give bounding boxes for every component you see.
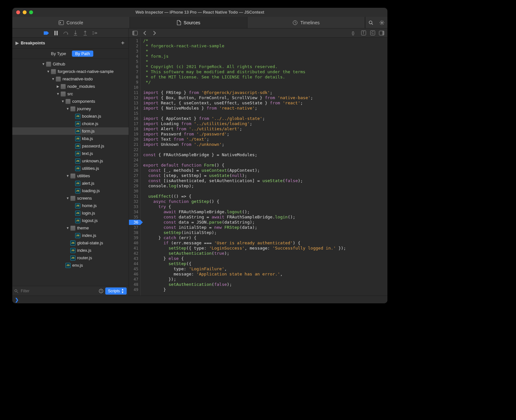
line-number[interactable]: 28 [129,178,140,183]
tree-row[interactable]: ▼reactnative-todo [12,75,129,83]
tree-row[interactable]: ▶JSglobal-state.js [12,239,129,247]
tree-row[interactable]: ▼theme [12,224,129,232]
line-number[interactable]: 38 [129,230,140,235]
line-number[interactable]: 2 [129,43,140,49]
chevron-down-icon[interactable]: ▼ [51,77,55,81]
tree-row[interactable]: ▼components [12,98,129,105]
line-number[interactable]: 10 [129,85,140,90]
settings-button[interactable] [376,17,387,29]
code-editor[interactable]: 1234567891011121314151617181920212223242… [129,38,387,296]
line-number[interactable]: 44 [129,261,140,266]
tree-row[interactable]: ▼utilities [12,172,129,180]
line-number[interactable]: 39 [129,235,140,240]
line-number[interactable]: 30 [129,189,140,194]
line-number[interactable]: 21 [129,142,140,147]
step-out-icon[interactable] [83,30,88,36]
tree-row[interactable]: ▶JSchoice.js [12,120,129,127]
line-number[interactable]: 29 [129,183,140,189]
tree-row[interactable]: ▶JSalert.js [12,180,129,187]
tree-row[interactable]: ▶JSunknown.js [12,157,129,165]
line-gutter[interactable]: 1234567891011121314151617181920212223242… [129,38,141,296]
zoom-window-button[interactable] [29,10,33,14]
line-number[interactable]: 24 [129,158,140,163]
step-icon[interactable] [92,30,97,36]
line-number[interactable]: 37 [129,225,140,230]
chevron-down-icon[interactable]: ▼ [41,62,45,66]
line-number[interactable]: 33 [129,204,140,209]
tree-row[interactable]: ▶JSenv.js [12,262,129,269]
line-number[interactable]: 3 [129,49,140,54]
left-panel-toggle[interactable] [131,29,139,37]
pretty-print-icon[interactable]: {} [350,29,358,37]
tree-row[interactable]: ▶node_modules [12,83,129,90]
line-number[interactable]: 8 [129,75,140,80]
line-number[interactable]: 5 [129,59,140,64]
line-number[interactable]: 41 [129,246,140,251]
close-window-button[interactable] [16,10,20,14]
line-number[interactable]: 46 [129,272,140,277]
line-number[interactable]: 43 [129,256,140,261]
breakpoints-section[interactable]: ▶ Breakpoints ＋ [12,38,129,49]
line-number[interactable]: 25 [129,163,140,168]
line-number[interactable]: 9 [129,80,140,85]
chevron-down-icon[interactable]: ▼ [66,226,70,230]
line-number[interactable]: 32 [129,199,140,204]
console-strip[interactable]: ❯ [12,296,387,303]
tree-row[interactable]: ▶JSindex.js [12,247,129,254]
line-number[interactable]: 40 [129,240,140,246]
tree-row[interactable]: ▶JSlogout.js [12,217,129,224]
filter-by-path[interactable]: By Path [72,51,93,57]
right-panel-toggle[interactable] [378,29,385,37]
pause-icon[interactable] [53,30,59,36]
chevron-right-icon[interactable]: ▶ [56,85,60,88]
chevron-down-icon[interactable]: ▼ [56,92,60,96]
minimize-window-button[interactable] [23,10,27,14]
line-number[interactable]: 18 [129,126,140,132]
chevron-down-icon[interactable]: ▼ [66,174,70,178]
line-number[interactable]: 6 [129,64,140,69]
line-number[interactable]: 26 [129,168,140,173]
tree-row[interactable]: ▶JSboolean.js [12,112,129,120]
line-number[interactable]: 22 [129,147,140,152]
chevron-down-icon[interactable]: ▼ [66,196,70,200]
line-number[interactable]: 45 [129,266,140,272]
chevron-down-icon[interactable]: ▼ [61,99,65,103]
tree-row[interactable]: ▼forgerock-react-native-sample [12,68,129,75]
line-number[interactable]: 15 [129,111,140,116]
type-profiler-icon[interactable]: T [360,29,367,37]
tree-row[interactable]: ▼journey [12,105,129,112]
tree-row[interactable]: ▶JSindex.js [12,232,129,239]
line-number[interactable]: 7 [129,69,140,75]
search-button[interactable] [365,17,376,29]
line-number[interactable]: 47 [129,277,140,282]
line-number[interactable]: 48 [129,282,140,287]
tab-sources[interactable]: Sources [130,17,247,28]
line-number[interactable]: 16 [129,116,140,121]
step-over-icon[interactable] [63,30,68,36]
chevron-down-icon[interactable]: ▼ [46,70,50,73]
line-number[interactable]: 27 [129,173,140,178]
tree-row[interactable]: ▼screens [12,194,129,202]
tree-row[interactable]: ▶JSrouter.js [12,254,129,262]
add-breakpoint-button[interactable]: ＋ [120,40,125,46]
tree-row[interactable]: ▶JSkba.js [12,135,129,142]
nav-forward[interactable] [150,29,159,37]
line-number[interactable]: 20 [129,137,140,142]
tree-row[interactable]: ▶JSpassword.js [12,142,129,150]
tree-row[interactable]: ▶JStext.js [12,150,129,157]
tree-row[interactable]: ▶JSlogin.js [12,209,129,217]
scripts-filter[interactable]: Scripts ▲▼ [105,287,127,295]
line-number[interactable]: 36 [129,220,140,225]
line-number[interactable]: 49 [129,287,140,292]
line-number[interactable]: 17 [129,121,140,126]
line-number[interactable]: 14 [129,106,140,111]
file-tree[interactable]: ▼Github▼forgerock-react-native-sample▼re… [12,59,129,286]
tree-row[interactable]: ▶JSloading.js [12,187,129,194]
filter-by-type[interactable]: By Type [48,51,69,57]
line-number[interactable]: 1 [129,38,140,43]
nav-back[interactable] [141,29,149,37]
line-number[interactable]: 34 [129,209,140,215]
tree-row[interactable]: ▼src [12,90,129,98]
line-number[interactable]: 19 [129,132,140,137]
line-number[interactable]: 4 [129,54,140,59]
